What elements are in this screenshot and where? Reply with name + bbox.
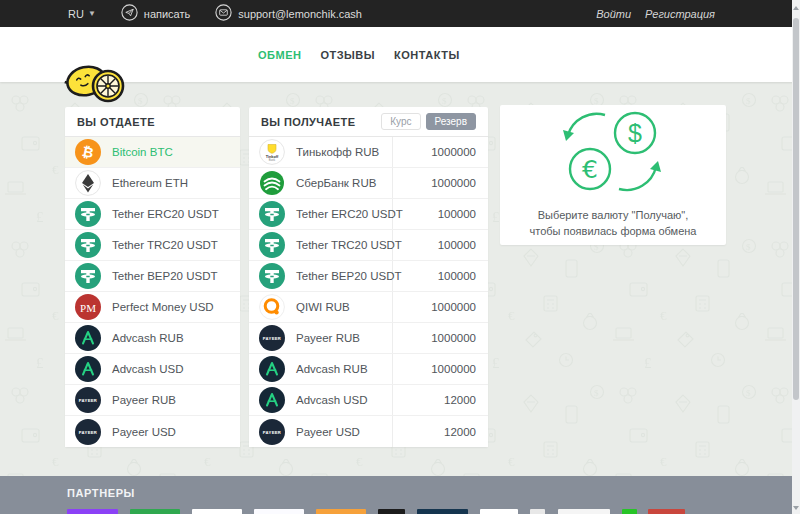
partner-logo[interactable]: [316, 509, 366, 514]
language-selector[interactable]: RU ▼: [68, 8, 96, 20]
lemon-logo[interactable]: [64, 58, 126, 109]
reserve-toggle-button[interactable]: Резерв: [426, 113, 476, 130]
partner-logo[interactable]: [622, 509, 637, 514]
scrollbar[interactable]: [792, 0, 800, 514]
tether-icon: [259, 263, 285, 289]
currency-label: Tether BEP20 USDT: [112, 270, 217, 282]
partner-logo[interactable]: [648, 509, 685, 514]
receive-currency-option[interactable]: Tether BEP20 USDT100000: [249, 261, 488, 292]
receive-currency-option[interactable]: PAYEERPayeer RUB1000000: [249, 323, 488, 354]
svg-text:PAYEER: PAYEER: [79, 398, 97, 403]
reserve-value: 100000: [393, 230, 488, 260]
currency-label: Advcash RUB: [112, 332, 184, 344]
tether-icon: [75, 232, 101, 258]
give-currency-option[interactable]: ₿Bitcoin BTC: [65, 137, 240, 168]
partner-logo[interactable]: [558, 509, 610, 514]
currency-label: Payeer RUB: [112, 394, 176, 406]
currency-label: Advcash USD: [112, 363, 184, 375]
tinkoff-icon: TinkoffBank: [259, 139, 285, 165]
currency-label: QIWI RUB: [296, 301, 350, 313]
language-label: RU: [68, 8, 84, 20]
receive-currency-option[interactable]: Tether ERC20 USDT100000: [249, 199, 488, 230]
svg-text:€: €: [582, 155, 598, 184]
reserve-value: 12000: [393, 385, 488, 415]
svg-text:PAYEER: PAYEER: [79, 429, 97, 434]
sberbank-icon: [259, 170, 285, 196]
currency-label: Bitcoin BTC: [112, 146, 173, 158]
receive-currency-option[interactable]: Advcash RUB1000000: [249, 354, 488, 385]
chevron-down-icon: ▼: [88, 9, 96, 18]
reserve-value: 100000: [393, 261, 488, 291]
write-message-link[interactable]: написать: [121, 4, 190, 23]
partner-logo[interactable]: [530, 509, 545, 514]
partners-strip: [0, 509, 800, 514]
login-link[interactable]: Войти: [596, 8, 631, 20]
currency-label: Advcash USD: [296, 394, 368, 406]
select-currency-message: Выберите валюту "Получаю", чтобы появила…: [524, 207, 702, 240]
advcash-icon: [259, 387, 285, 413]
reserve-value: 12000: [393, 416, 488, 447]
give-currency-option[interactable]: Tether BEP20 USDT: [65, 261, 240, 292]
partner-logo[interactable]: [192, 509, 242, 514]
partner-logo[interactable]: [480, 509, 518, 514]
currency-label: Payeer USD: [296, 426, 360, 438]
rate-toggle-button[interactable]: Курс: [381, 113, 420, 130]
receive-currency-option[interactable]: Advcash USD12000: [249, 385, 488, 416]
advcash-icon: [75, 325, 101, 351]
reserve-value: 1000000: [393, 292, 488, 322]
currency-label: Payeer USD: [112, 426, 176, 438]
reserve-value: 100000: [393, 199, 488, 229]
give-currency-option[interactable]: PAYEERPayeer RUB: [65, 385, 240, 416]
scrollbar-down-arrow-icon[interactable]: [793, 506, 799, 510]
receive-currency-option[interactable]: СберБанк RUB1000000: [249, 168, 488, 199]
partner-logo[interactable]: [254, 509, 304, 514]
svg-text:PM: PM: [80, 302, 96, 314]
receive-currency-option[interactable]: QIWI RUB1000000: [249, 292, 488, 323]
give-panel: ВЫ ОТДАЕТЕ ₿Bitcoin BTCEthereum ETHTethe…: [65, 107, 240, 447]
currency-label: Ethereum ETH: [112, 177, 188, 189]
advcash-icon: [75, 356, 101, 382]
support-email-link[interactable]: support@lemonchik.cash: [215, 4, 362, 23]
give-currency-option[interactable]: Advcash USD: [65, 354, 240, 385]
tether-icon: [259, 201, 285, 227]
reserve-value: 1000000: [393, 168, 488, 198]
exchange-info-panel: $ € Выберите валюту "Получаю", чтобы поя…: [500, 105, 726, 245]
nav-item-exchange[interactable]: ОБМЕН: [258, 49, 301, 61]
support-email: support@lemonchik.cash: [238, 8, 362, 20]
tether-icon: [75, 201, 101, 227]
give-panel-title: ВЫ ОТДАЕТЕ: [65, 107, 240, 137]
receive-currency-option[interactable]: PAYEERPayeer USD12000: [249, 416, 488, 447]
currency-label: Тинькофф RUB: [296, 146, 379, 158]
partners-title: ПАРТНЕРЫ: [67, 487, 135, 499]
give-currency-option[interactable]: PMPerfect Money USD: [65, 292, 240, 323]
currency-label: Tether TRC20 USDT: [112, 239, 218, 251]
partner-logo[interactable]: [417, 509, 468, 514]
payeer-icon: PAYEER: [75, 387, 101, 413]
receive-list: TinkoffBankТинькофф RUB1000000СберБанк R…: [249, 137, 488, 447]
reserve-value: 1000000: [393, 354, 488, 384]
write-message-label: написать: [144, 8, 190, 20]
receive-currency-option[interactable]: TinkoffBankТинькофф RUB1000000: [249, 137, 488, 168]
nav-item-reviews[interactable]: ОТЗЫВЫ: [320, 49, 375, 61]
give-currency-option[interactable]: PAYEERPayeer USD: [65, 416, 240, 447]
partner-logo[interactable]: [378, 509, 405, 514]
reserve-value: 1000000: [393, 323, 488, 353]
give-currency-option[interactable]: Tether TRC20 USDT: [65, 230, 240, 261]
partner-logo[interactable]: [67, 509, 118, 514]
give-currency-option[interactable]: Tether ERC20 USDT: [65, 199, 240, 230]
register-link[interactable]: Регистрация: [645, 8, 715, 20]
scrollbar-up-arrow-icon[interactable]: [793, 6, 799, 10]
topbar: RU ▼ написать support@lemonchik.cash Вой…: [0, 0, 800, 27]
scrollbar-thumb[interactable]: [793, 18, 799, 400]
receive-currency-option[interactable]: Tether TRC20 USDT100000: [249, 230, 488, 261]
partner-logo[interactable]: [130, 509, 180, 514]
give-currency-option[interactable]: Ethereum ETH: [65, 168, 240, 199]
give-currency-option[interactable]: Advcash RUB: [65, 323, 240, 354]
nav-item-contacts[interactable]: КОНТАКТЫ: [394, 49, 460, 61]
receive-panel-title: ВЫ ПОЛУЧАЕТЕ: [261, 116, 355, 128]
bitcoin-icon: ₿: [75, 139, 101, 165]
main-nav: ОБМЕН ОТЗЫВЫ КОНТАКТЫ: [258, 27, 460, 82]
site-header: ОБМЕН ОТЗЫВЫ КОНТАКТЫ: [0, 27, 800, 82]
advcash-icon: [259, 356, 285, 382]
footer: ПАРТНЕРЫ: [0, 476, 800, 514]
